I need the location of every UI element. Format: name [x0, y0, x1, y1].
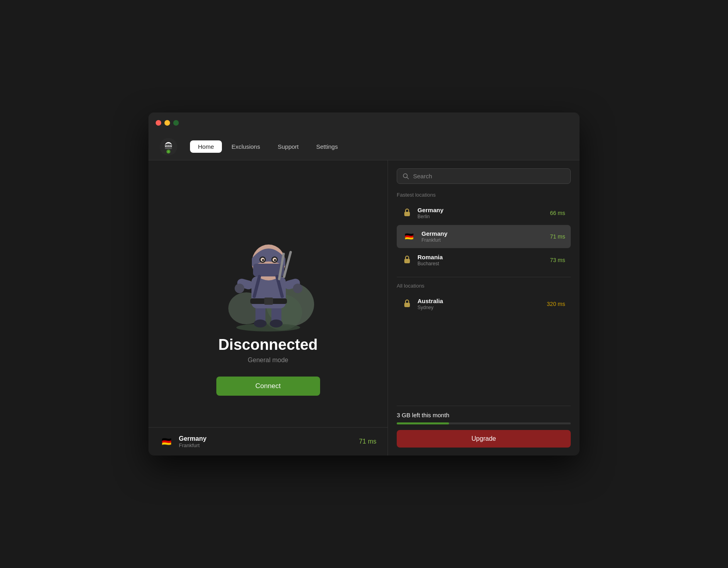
svg-point-11: [236, 323, 300, 331]
main-content: Disconnected General mode Connect 🇩🇪 Ger…: [148, 160, 580, 456]
svg-point-30: [262, 259, 264, 261]
item-info: Australia Sydney: [417, 298, 541, 310]
current-location-ms: 71 ms: [359, 438, 376, 445]
item-country: Australia: [417, 298, 541, 304]
current-location-name: Germany: [179, 435, 353, 442]
upgrade-button[interactable]: Upgrade: [397, 430, 571, 448]
svg-rect-5: [165, 146, 172, 149]
list-item[interactable]: Australia Sydney 320 ms: [397, 293, 571, 315]
search-box[interactable]: [397, 168, 571, 184]
status-subtitle: General mode: [248, 357, 288, 364]
header: Home Exclusions Support Settings: [148, 133, 580, 160]
item-country: Romania: [417, 254, 544, 260]
item-city: Frankfurt: [421, 237, 544, 243]
svg-point-21: [235, 284, 244, 293]
tab-home[interactable]: Home: [190, 140, 222, 153]
svg-line-37: [407, 177, 409, 179]
current-location-info: Germany Frankfurt: [179, 435, 353, 448]
title-bar: [148, 112, 580, 133]
svg-point-14: [254, 320, 267, 327]
item-flag: 🇩🇪: [402, 230, 416, 243]
item-info: Romania Bucharest: [417, 254, 544, 266]
item-country: Germany: [417, 207, 544, 213]
item-info: Germany Frankfurt: [421, 230, 544, 243]
all-locations-label: All locations: [397, 283, 571, 289]
item-ms: 320 ms: [547, 301, 565, 307]
current-location-flag: 🇩🇪: [160, 435, 173, 448]
svg-point-31: [274, 259, 276, 261]
item-ms: 66 ms: [550, 210, 565, 216]
right-panel: Fastest locations Germany Berlin 66 ms: [388, 160, 580, 456]
maximize-button[interactable]: [173, 120, 179, 126]
list-item[interactable]: Romania Bucharest 73 ms: [397, 249, 571, 271]
search-input[interactable]: [413, 173, 565, 179]
item-city: Bucharest: [417, 261, 544, 266]
divider: [397, 277, 571, 277]
data-remaining-text: 3 GB left this month: [397, 412, 571, 418]
svg-rect-18: [264, 298, 273, 305]
search-icon: [403, 173, 409, 179]
lock-icon: [402, 299, 412, 310]
status-title: Disconnected: [218, 336, 318, 353]
fastest-locations-label: Fastest locations: [397, 192, 571, 198]
all-locations-list: Australia Sydney 320 ms: [397, 293, 571, 315]
item-city: Sydney: [417, 305, 541, 310]
tab-settings[interactable]: Settings: [308, 140, 346, 153]
item-city: Berlin: [417, 214, 544, 219]
current-location-city: Frankfurt: [179, 442, 353, 448]
lock-icon: [402, 208, 412, 219]
list-item[interactable]: 🇩🇪 Germany Frankfurt 71 ms: [397, 225, 571, 248]
fastest-locations-list: Germany Berlin 66 ms 🇩🇪 Germany Frankfur…: [397, 202, 571, 271]
item-ms: 71 ms: [550, 233, 565, 240]
left-panel: Disconnected General mode Connect 🇩🇪 Ger…: [148, 160, 388, 456]
close-button[interactable]: [156, 120, 161, 126]
current-location-bar[interactable]: 🇩🇪 Germany Frankfurt 71 ms: [148, 427, 388, 456]
data-section: 3 GB left this month Upgrade: [397, 406, 571, 448]
progress-bar-background: [397, 422, 571, 424]
item-country: Germany: [421, 230, 544, 237]
item-info: Germany Berlin: [417, 207, 544, 219]
svg-rect-39: [404, 259, 410, 263]
ninja-illustration: [212, 221, 324, 336]
item-ms: 73 ms: [550, 257, 565, 263]
lock-icon: [402, 255, 412, 266]
minimize-button[interactable]: [164, 120, 170, 126]
app-logo: [160, 138, 177, 156]
connect-button[interactable]: Connect: [216, 377, 320, 396]
app-window: Home Exclusions Support Settings: [148, 112, 580, 456]
nav-tabs: Home Exclusions Support Settings: [190, 140, 346, 153]
progress-bar-fill: [397, 422, 449, 424]
tab-exclusions[interactable]: Exclusions: [224, 140, 268, 153]
svg-point-15: [270, 320, 283, 327]
svg-rect-38: [404, 212, 410, 216]
svg-point-22: [293, 284, 303, 293]
tab-support[interactable]: Support: [270, 140, 307, 153]
list-item[interactable]: Germany Berlin 66 ms: [397, 202, 571, 224]
svg-rect-40: [404, 303, 410, 307]
